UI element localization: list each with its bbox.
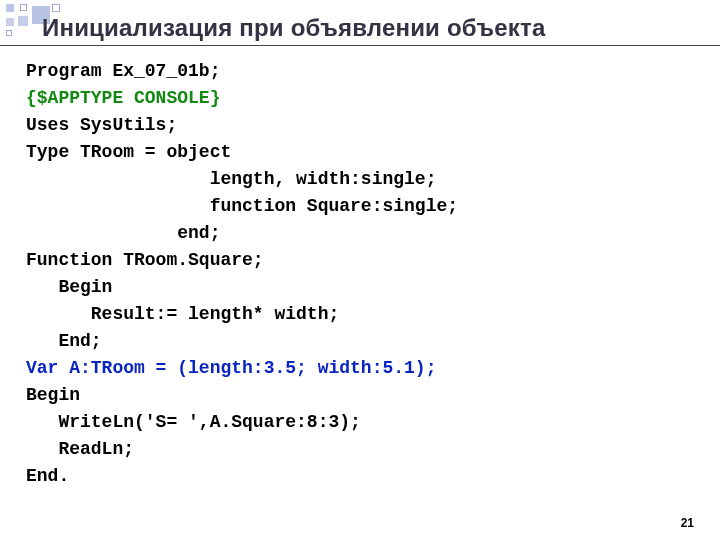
slide-title: Инициализация при объявлении объекта	[42, 14, 700, 42]
title-underline	[0, 45, 720, 46]
code-line: Begin	[26, 277, 112, 297]
code-line: Function TRoom.Square;	[26, 250, 264, 270]
code-block: Program Ex_07_01b; {$APPTYPE CONSOLE} Us…	[26, 58, 694, 490]
page-number: 21	[681, 516, 694, 530]
code-line: end;	[26, 223, 220, 243]
code-line: Type TRoom = object	[26, 142, 231, 162]
code-line: End;	[26, 331, 102, 351]
decor-square	[6, 30, 12, 36]
code-line: Var A:TRoom = (length:3.5; width:5.1);	[26, 358, 436, 378]
decor-square	[18, 16, 28, 26]
code-line: length, width:single;	[26, 169, 436, 189]
code-line: WriteLn('S= ',A.Square:8:3);	[26, 412, 361, 432]
code-line: Program Ex_07_01b;	[26, 61, 220, 81]
decor-square	[20, 4, 27, 11]
code-line: Begin	[26, 385, 80, 405]
decor-square	[52, 4, 60, 12]
code-line: End.	[26, 466, 69, 486]
decor-square	[6, 4, 14, 12]
decor-square	[6, 18, 14, 26]
code-line: {$APPTYPE CONSOLE}	[26, 88, 220, 108]
code-line: ReadLn;	[26, 439, 134, 459]
code-line: Result:= length* width;	[26, 304, 339, 324]
code-line: function Square:single;	[26, 196, 458, 216]
code-line: Uses SysUtils;	[26, 115, 177, 135]
